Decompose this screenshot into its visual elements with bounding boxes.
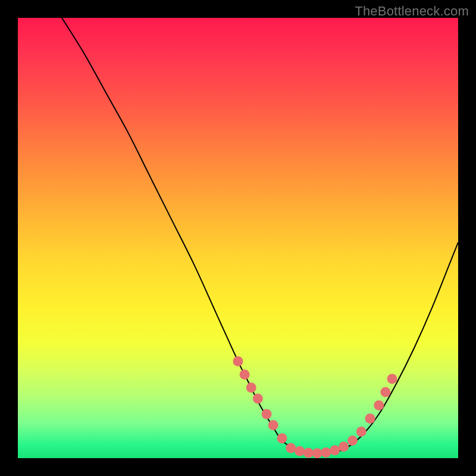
marker-dot [246,383,256,393]
marker-dot [253,394,263,404]
marker-dot [286,443,296,453]
marker-dot [233,356,243,367]
marker-dot [339,441,349,452]
marker-dot [347,436,358,446]
bottleneck-curve [62,18,458,455]
chart-frame: TheBottleneck.com [0,0,476,476]
marker-dot [312,448,322,458]
marker-dot [268,420,278,430]
watermark-label: TheBottleneck.com [355,4,469,19]
marker-dot [321,447,331,458]
marker-dot [374,400,384,411]
marker-dot [277,433,287,443]
marker-dot [240,369,250,380]
marker-dots [233,356,397,459]
marker-dot [365,414,375,424]
marker-dot [303,448,314,458]
marker-dot [356,427,367,437]
plot-area [18,18,458,458]
curve-layer [18,18,458,458]
marker-dot [330,445,340,455]
marker-dot [262,409,272,419]
marker-dot [295,446,305,456]
marker-dot [387,374,397,384]
marker-dot [380,387,390,397]
